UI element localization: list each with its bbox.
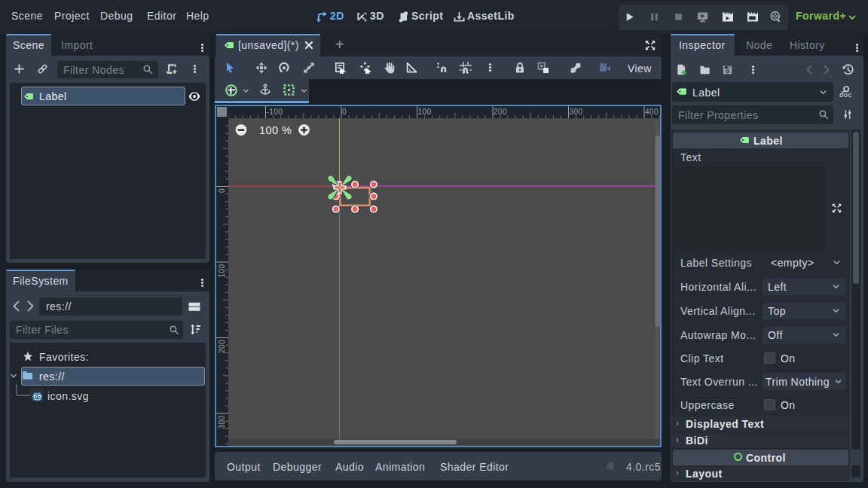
- svg-text:200: 200: [218, 340, 226, 353]
- svg-text:300: 300: [570, 108, 583, 116]
- svg-text:0: 0: [218, 188, 226, 193]
- svg-text:0: 0: [342, 108, 347, 116]
- svg-text:100: 100: [418, 108, 432, 116]
- svg-text:-100: -100: [267, 108, 283, 116]
- svg-text:300: 300: [218, 416, 226, 429]
- svg-text:200: 200: [494, 108, 507, 116]
- svg-text:400: 400: [645, 108, 659, 116]
- svg-text:100: 100: [218, 264, 226, 278]
- svg-text:100 %: 100 %: [259, 124, 292, 136]
